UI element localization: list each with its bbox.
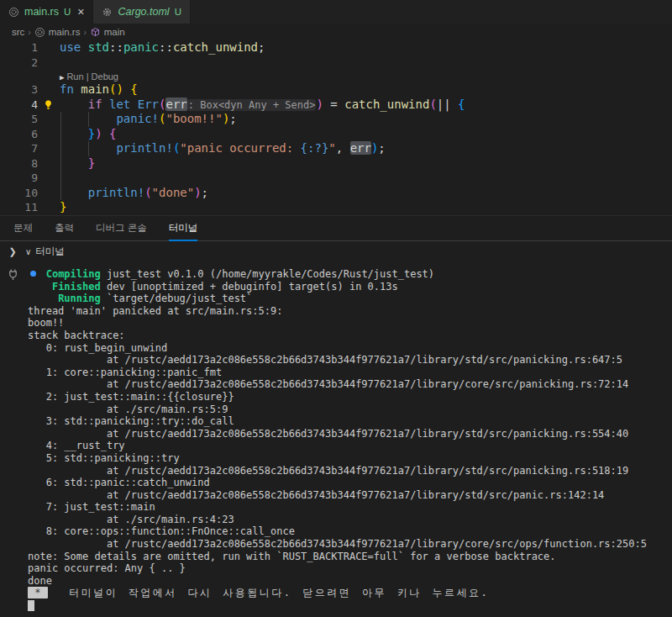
terminal-text: at /rustc/aedd173a2c086e558c2b66d3743b34…: [28, 465, 628, 477]
code-token: {: [458, 98, 465, 111]
indent-guide: [60, 171, 61, 186]
code-text[interactable]: }: [60, 156, 95, 171]
terminal-section-header: ❯ ∨ 터미널: [0, 241, 672, 261]
terminal-text: [28, 281, 52, 293]
code-token: ): [95, 127, 102, 140]
line-number: 3: [0, 82, 38, 98]
breadcrumb-item[interactable]: src: [12, 27, 24, 37]
code-token: ;: [258, 40, 265, 54]
terminal-text: at /rustc/aedd173a2c086e558c2b66d3743b34…: [28, 378, 628, 390]
code-token: [60, 186, 88, 199]
glyph-margin: [38, 112, 60, 127]
terminal-text: done: [28, 575, 52, 587]
terminal-text: 3: std::panicking::try::do_call: [28, 415, 234, 427]
terminal-text: stack backtrace:: [28, 330, 125, 341]
terminal-text: just_test v0.1.0 (/home/myyrakle/Codes/R…: [101, 268, 434, 280]
terminal-text: note: Some details are omitted, run with…: [28, 551, 556, 562]
editor-line: 11}: [0, 200, 672, 215]
terminal-output[interactable]: Compiling just_test v0.1.0 (/home/myyrak…: [25, 261, 672, 571]
code-token: ): [316, 98, 323, 111]
code-text[interactable]: fn main() {: [60, 82, 138, 98]
panel-tab-item[interactable]: 디버그 콘솔: [96, 217, 147, 241]
terminal-text: Running: [58, 293, 101, 304]
glyph-margin: [38, 141, 60, 156]
code-token: catch_unwind: [173, 40, 258, 54]
code-text[interactable]: if let Err(err: Box<dyn Any + Send>) = c…: [60, 98, 465, 113]
editor-line: 3fn main() {: [0, 82, 672, 98]
terminal-line: note: Some details are omitted, run with…: [28, 551, 672, 563]
code-token: ::: [109, 40, 123, 54]
code-token: {: [130, 82, 137, 96]
code-token: ||: [437, 98, 458, 111]
code-token: ): [194, 186, 201, 199]
code-token: "done": [152, 186, 195, 199]
tab-main-rs[interactable]: main.rsU×: [0, 0, 93, 24]
close-icon[interactable]: ×: [77, 5, 84, 18]
editor-line: 10 println!("done");: [0, 186, 672, 201]
code-token: [102, 127, 109, 140]
code-text[interactable]: panic!("boom!!");: [60, 112, 237, 127]
breadcrumb[interactable]: src›main.rs›main: [0, 24, 672, 40]
code-token: [60, 156, 88, 170]
code-editor[interactable]: 1use std::panic::catch_unwind;2▶Run | De…: [0, 40, 672, 215]
code-token: "boom!!": [165, 112, 222, 125]
glyph-margin: [38, 171, 60, 186]
glyph-margin: [38, 127, 60, 142]
tab-label: main.rs: [24, 6, 59, 18]
breadcrumb-item[interactable]: main.rs: [49, 27, 81, 37]
command-decoration-icon[interactable]: [30, 271, 36, 277]
terminal-line: [28, 599, 672, 612]
codelens-row: ▶Run | Debug: [0, 70, 672, 82]
terminal-rail: [0, 261, 25, 571]
terminal-text: 4: __rust_try: [28, 440, 125, 451]
code-token: panic!: [116, 112, 159, 125]
terminal-body: Compiling just_test v0.1.0 (/home/myyrak…: [0, 261, 672, 571]
code-token: err: [165, 98, 186, 111]
terminal-line: at /rustc/aedd173a2c086e558c2b66d3743b34…: [28, 465, 672, 477]
terminal-text: boom!!: [28, 317, 64, 329]
rust-file-icon: [34, 27, 45, 38]
terminal-line: boom!!: [28, 317, 672, 330]
line-number: 11: [0, 200, 38, 215]
code-token: (): [109, 82, 123, 96]
git-status-badge: U: [64, 7, 71, 17]
code-token: use: [60, 40, 88, 54]
terminal-line: * 터미널이 작업에서 다시 사용됩니다. 닫으려면 아무 키나 누르세요.: [28, 587, 672, 599]
terminal-text: panic occurred: Any { .. }: [28, 562, 186, 574]
codelens[interactable]: ▶Run | Debug: [60, 70, 118, 82]
chevron-down-icon[interactable]: ∨: [25, 247, 31, 256]
run-play-icon[interactable]: ▶: [60, 73, 64, 82]
panel-tab-item[interactable]: 문제: [13, 217, 33, 241]
terminal-text: 6: std::panic::catch_unwind: [28, 477, 210, 488]
code-token: [60, 127, 88, 140]
terminal-line: at ./src/main.rs:4:23: [28, 514, 672, 526]
code-text[interactable]: println!("done");: [60, 186, 208, 201]
chevron-separator-icon: ›: [28, 28, 30, 37]
terminal-line: at /rustc/aedd173a2c086e558c2b66d3743b34…: [28, 489, 672, 502]
terminal-line: done: [28, 575, 672, 588]
panel-tab-item[interactable]: 출력: [55, 217, 74, 241]
terminal-text: 8: core::ops::function::FnOnce::call_onc…: [28, 525, 295, 537]
terminal-text: 5: std::panicking::try: [28, 452, 180, 464]
terminal-line: stack backtrace:: [28, 330, 672, 342]
code-text[interactable]: }: [60, 200, 66, 215]
run-debug-lens[interactable]: Run | Debug: [66, 71, 118, 82]
editor-line: 9: [0, 171, 672, 186]
indent-guide: [60, 156, 61, 171]
code-text[interactable]: use std::panic::catch_unwind;: [60, 40, 265, 55]
code-text[interactable]: println!("panic occurred: {:?}", err);: [60, 141, 386, 156]
chevron-right-icon[interactable]: ❯: [0, 246, 25, 257]
code-text[interactable]: }) {: [60, 127, 116, 142]
terminal-line: Compiling just_test v0.1.0 (/home/myyrak…: [28, 268, 672, 281]
editor-line: 2: [0, 55, 672, 71]
tab-cargo-toml[interactable]: Cargo.tomlU: [93, 0, 190, 24]
breadcrumb-item[interactable]: main: [104, 27, 125, 37]
code-token: err: [350, 141, 371, 155]
code-token: std: [88, 40, 109, 54]
code-token: ;: [378, 141, 385, 155]
panel-tab-terminal[interactable]: 터미널: [169, 217, 198, 241]
code-token: if: [88, 98, 109, 111]
terminal-line: at ./src/main.rs:5:9: [28, 403, 672, 416]
indent-guide: [60, 186, 61, 201]
terminal-line: 2: just_test::main::{{closure}}: [28, 391, 672, 403]
